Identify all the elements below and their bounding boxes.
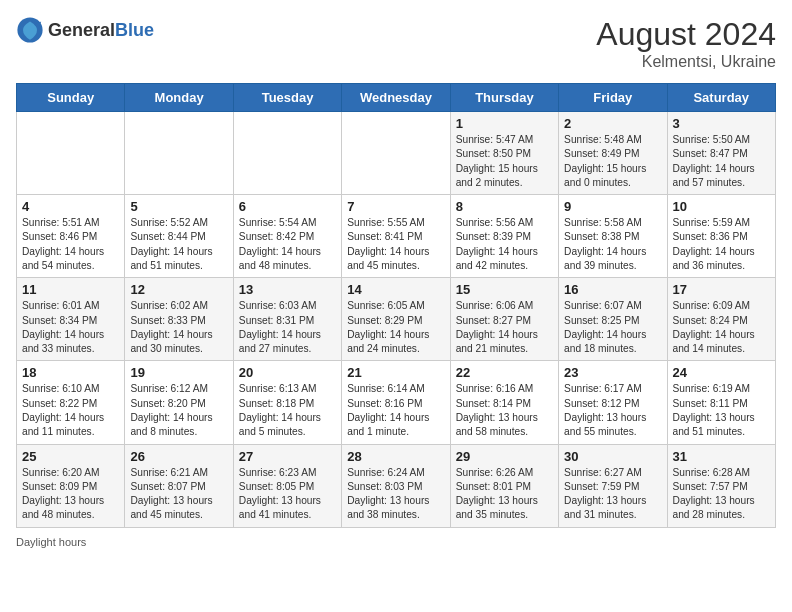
calendar-weekday-thursday: Thursday [450, 84, 558, 112]
day-info: Sunrise: 6:28 AM Sunset: 7:57 PM Dayligh… [673, 466, 770, 523]
calendar-cell: 11Sunrise: 6:01 AM Sunset: 8:34 PM Dayli… [17, 278, 125, 361]
day-info: Sunrise: 6:21 AM Sunset: 8:07 PM Dayligh… [130, 466, 227, 523]
day-info: Sunrise: 6:09 AM Sunset: 8:24 PM Dayligh… [673, 299, 770, 356]
page-header: GeneralBlue August 2024 Kelmentsi, Ukrai… [16, 16, 776, 71]
day-info: Sunrise: 6:07 AM Sunset: 8:25 PM Dayligh… [564, 299, 661, 356]
day-info: Sunrise: 5:58 AM Sunset: 8:38 PM Dayligh… [564, 216, 661, 273]
day-number: 22 [456, 365, 553, 380]
day-info: Sunrise: 5:48 AM Sunset: 8:49 PM Dayligh… [564, 133, 661, 190]
calendar-cell: 20Sunrise: 6:13 AM Sunset: 8:18 PM Dayli… [233, 361, 341, 444]
calendar-cell: 13Sunrise: 6:03 AM Sunset: 8:31 PM Dayli… [233, 278, 341, 361]
calendar-cell: 29Sunrise: 6:26 AM Sunset: 8:01 PM Dayli… [450, 444, 558, 527]
day-number: 10 [673, 199, 770, 214]
day-info: Sunrise: 6:24 AM Sunset: 8:03 PM Dayligh… [347, 466, 444, 523]
day-number: 7 [347, 199, 444, 214]
day-info: Sunrise: 5:52 AM Sunset: 8:44 PM Dayligh… [130, 216, 227, 273]
calendar-cell: 5Sunrise: 5:52 AM Sunset: 8:44 PM Daylig… [125, 195, 233, 278]
calendar-cell: 19Sunrise: 6:12 AM Sunset: 8:20 PM Dayli… [125, 361, 233, 444]
day-number: 6 [239, 199, 336, 214]
day-number: 9 [564, 199, 661, 214]
calendar-cell: 16Sunrise: 6:07 AM Sunset: 8:25 PM Dayli… [559, 278, 667, 361]
calendar-header-row: SundayMondayTuesdayWednesdayThursdayFrid… [17, 84, 776, 112]
calendar-cell: 10Sunrise: 5:59 AM Sunset: 8:36 PM Dayli… [667, 195, 775, 278]
calendar-cell [17, 112, 125, 195]
day-info: Sunrise: 5:56 AM Sunset: 8:39 PM Dayligh… [456, 216, 553, 273]
calendar-week-row: 25Sunrise: 6:20 AM Sunset: 8:09 PM Dayli… [17, 444, 776, 527]
calendar-weekday-wednesday: Wednesday [342, 84, 450, 112]
location: Kelmentsi, Ukraine [596, 53, 776, 71]
logo-general: General [48, 20, 115, 40]
day-info: Sunrise: 5:50 AM Sunset: 8:47 PM Dayligh… [673, 133, 770, 190]
calendar-cell: 17Sunrise: 6:09 AM Sunset: 8:24 PM Dayli… [667, 278, 775, 361]
day-info: Sunrise: 6:05 AM Sunset: 8:29 PM Dayligh… [347, 299, 444, 356]
day-info: Sunrise: 6:27 AM Sunset: 7:59 PM Dayligh… [564, 466, 661, 523]
day-number: 17 [673, 282, 770, 297]
calendar-cell: 27Sunrise: 6:23 AM Sunset: 8:05 PM Dayli… [233, 444, 341, 527]
calendar-week-row: 4Sunrise: 5:51 AM Sunset: 8:46 PM Daylig… [17, 195, 776, 278]
day-number: 18 [22, 365, 119, 380]
calendar-cell: 25Sunrise: 6:20 AM Sunset: 8:09 PM Dayli… [17, 444, 125, 527]
calendar-week-row: 1Sunrise: 5:47 AM Sunset: 8:50 PM Daylig… [17, 112, 776, 195]
day-number: 16 [564, 282, 661, 297]
title-block: August 2024 Kelmentsi, Ukraine [596, 16, 776, 71]
calendar-cell: 18Sunrise: 6:10 AM Sunset: 8:22 PM Dayli… [17, 361, 125, 444]
calendar-week-row: 11Sunrise: 6:01 AM Sunset: 8:34 PM Dayli… [17, 278, 776, 361]
day-number: 8 [456, 199, 553, 214]
day-info: Sunrise: 6:17 AM Sunset: 8:12 PM Dayligh… [564, 382, 661, 439]
day-info: Sunrise: 5:59 AM Sunset: 8:36 PM Dayligh… [673, 216, 770, 273]
day-info: Sunrise: 6:13 AM Sunset: 8:18 PM Dayligh… [239, 382, 336, 439]
calendar-cell: 21Sunrise: 6:14 AM Sunset: 8:16 PM Dayli… [342, 361, 450, 444]
calendar-cell [342, 112, 450, 195]
calendar-cell [125, 112, 233, 195]
calendar-table: SundayMondayTuesdayWednesdayThursdayFrid… [16, 83, 776, 528]
day-number: 14 [347, 282, 444, 297]
day-info: Sunrise: 6:20 AM Sunset: 8:09 PM Dayligh… [22, 466, 119, 523]
day-info: Sunrise: 5:55 AM Sunset: 8:41 PM Dayligh… [347, 216, 444, 273]
day-number: 5 [130, 199, 227, 214]
day-number: 28 [347, 449, 444, 464]
calendar-cell: 15Sunrise: 6:06 AM Sunset: 8:27 PM Dayli… [450, 278, 558, 361]
footer: Daylight hours [16, 536, 776, 548]
day-info: Sunrise: 6:23 AM Sunset: 8:05 PM Dayligh… [239, 466, 336, 523]
day-number: 15 [456, 282, 553, 297]
calendar-cell: 4Sunrise: 5:51 AM Sunset: 8:46 PM Daylig… [17, 195, 125, 278]
calendar-week-row: 18Sunrise: 6:10 AM Sunset: 8:22 PM Dayli… [17, 361, 776, 444]
calendar-weekday-monday: Monday [125, 84, 233, 112]
calendar-cell: 12Sunrise: 6:02 AM Sunset: 8:33 PM Dayli… [125, 278, 233, 361]
calendar-weekday-sunday: Sunday [17, 84, 125, 112]
day-info: Sunrise: 6:19 AM Sunset: 8:11 PM Dayligh… [673, 382, 770, 439]
day-number: 12 [130, 282, 227, 297]
calendar-weekday-tuesday: Tuesday [233, 84, 341, 112]
logo-text: GeneralBlue [48, 20, 154, 41]
calendar-weekday-friday: Friday [559, 84, 667, 112]
day-info: Sunrise: 5:54 AM Sunset: 8:42 PM Dayligh… [239, 216, 336, 273]
calendar-weekday-saturday: Saturday [667, 84, 775, 112]
calendar-cell: 23Sunrise: 6:17 AM Sunset: 8:12 PM Dayli… [559, 361, 667, 444]
day-number: 1 [456, 116, 553, 131]
day-number: 25 [22, 449, 119, 464]
day-info: Sunrise: 6:02 AM Sunset: 8:33 PM Dayligh… [130, 299, 227, 356]
day-info: Sunrise: 6:06 AM Sunset: 8:27 PM Dayligh… [456, 299, 553, 356]
day-number: 2 [564, 116, 661, 131]
logo: GeneralBlue [16, 16, 154, 44]
day-number: 13 [239, 282, 336, 297]
calendar-cell: 26Sunrise: 6:21 AM Sunset: 8:07 PM Dayli… [125, 444, 233, 527]
day-number: 21 [347, 365, 444, 380]
day-number: 11 [22, 282, 119, 297]
month-year: August 2024 [596, 16, 776, 53]
calendar-cell: 14Sunrise: 6:05 AM Sunset: 8:29 PM Dayli… [342, 278, 450, 361]
day-info: Sunrise: 6:01 AM Sunset: 8:34 PM Dayligh… [22, 299, 119, 356]
calendar-cell: 1Sunrise: 5:47 AM Sunset: 8:50 PM Daylig… [450, 112, 558, 195]
day-number: 20 [239, 365, 336, 380]
day-number: 23 [564, 365, 661, 380]
daylight-label: Daylight hours [16, 536, 86, 548]
logo-icon [16, 16, 44, 44]
day-info: Sunrise: 5:47 AM Sunset: 8:50 PM Dayligh… [456, 133, 553, 190]
day-number: 24 [673, 365, 770, 380]
calendar-cell: 24Sunrise: 6:19 AM Sunset: 8:11 PM Dayli… [667, 361, 775, 444]
day-number: 4 [22, 199, 119, 214]
calendar-cell: 31Sunrise: 6:28 AM Sunset: 7:57 PM Dayli… [667, 444, 775, 527]
calendar-cell: 3Sunrise: 5:50 AM Sunset: 8:47 PM Daylig… [667, 112, 775, 195]
day-info: Sunrise: 5:51 AM Sunset: 8:46 PM Dayligh… [22, 216, 119, 273]
calendar-cell: 22Sunrise: 6:16 AM Sunset: 8:14 PM Dayli… [450, 361, 558, 444]
